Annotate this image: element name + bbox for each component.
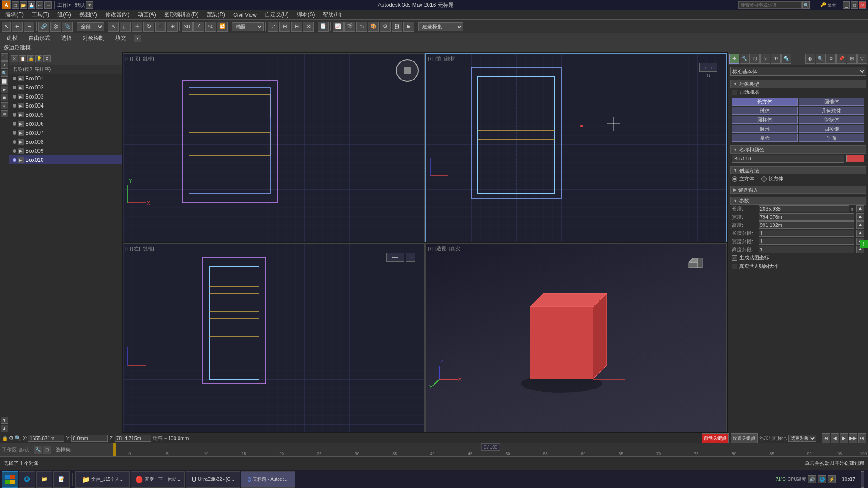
y-input[interactable] (71, 435, 108, 442)
select-region-btn[interactable]: ⬚ (120, 22, 131, 32)
right-tab-motion[interactable]: ▷ (760, 54, 770, 64)
tab-more-btn[interactable]: ▼ (134, 35, 141, 42)
btn-torus[interactable]: 圆环 (732, 125, 798, 133)
list-icon-5[interactable]: ⚙ (43, 55, 51, 62)
set-key-btn[interactable]: 设置关键点 (731, 433, 758, 443)
object-item[interactable]: ▶ Box009 (9, 146, 122, 155)
left-icon-7[interactable]: ≡ (1, 102, 8, 109)
clone-align-btn[interactable]: ⊠ (303, 22, 314, 32)
taskbar-win-3[interactable]: U UltraEdit-32 - [C... (186, 471, 240, 488)
btn-teapot[interactable]: 茶壶 (732, 134, 798, 142)
length-spinner-up[interactable]: ▲ (856, 205, 864, 212)
object-item[interactable]: ▶ Box004 (9, 101, 122, 110)
right-tab-extra3[interactable]: ⚙ (826, 54, 836, 64)
redo-btn[interactable]: ↪ (44, 1, 52, 9)
obj-expand[interactable]: ▶ (18, 157, 24, 163)
cube-radio[interactable] (732, 176, 737, 182)
search-btn[interactable]: 🔍 (802, 1, 810, 9)
tab-modeling[interactable]: 建模 (2, 33, 23, 43)
keyboard-input-header[interactable]: ▶ 键盘输入 (730, 186, 866, 194)
prev-frame-btn[interactable]: ◀ (831, 433, 839, 443)
btn-cylinder[interactable]: 圆柱体 (732, 116, 798, 124)
length-segs-input[interactable] (759, 230, 854, 237)
obj-expand[interactable]: ▶ (18, 76, 24, 81)
pct-snap-btn[interactable]: % (205, 22, 216, 32)
workspace-dropdown[interactable]: ▼ (86, 1, 93, 9)
save-btn[interactable]: 💾 (28, 1, 35, 9)
viewport-gizmo-top[interactable] (396, 59, 419, 82)
obj-expand[interactable]: ▶ (18, 112, 24, 117)
list-icon-1[interactable]: ✕ (11, 55, 18, 62)
right-tab-create[interactable]: ✚ (729, 54, 739, 64)
left-icon-5[interactable]: ▶ (1, 86, 8, 93)
left-icon-2[interactable]: + (1, 61, 8, 69)
select-btn[interactable]: ↖ (2, 22, 11, 32)
taskbar-win-2[interactable]: 🔴 百度一下，你就... (131, 471, 185, 488)
x-input[interactable] (28, 435, 64, 442)
height-input[interactable] (759, 221, 854, 229)
menu-modifier[interactable]: 修改器(M) (102, 10, 133, 19)
viewport-left[interactable]: [+] [左] [线框] (123, 243, 425, 432)
list-icon-3[interactable]: 🔒 (27, 55, 34, 62)
obj-expand[interactable]: ▶ (18, 139, 24, 145)
dope-sheet-btn[interactable]: 🎬 (344, 22, 355, 32)
goto-end-btn[interactable]: ⏭ (858, 433, 866, 443)
taskbar-icon-2[interactable]: 📁 (36, 471, 52, 488)
gen-map-checkbox[interactable] (732, 255, 737, 261)
viewport-perspective[interactable]: [+] [透视] [真实] (425, 243, 727, 432)
left-icon-8[interactable]: ⊞ (1, 110, 8, 117)
right-tab-extra1[interactable]: ◐ (805, 54, 815, 64)
create-method-header[interactable]: ▼ 创建方法 (730, 166, 866, 174)
btn-sphere[interactable]: 球体 (732, 107, 798, 115)
height-spinner-up[interactable]: ▲ (856, 221, 864, 229)
tray-icon-2[interactable]: 🌐 (818, 475, 826, 483)
height-segs-input[interactable] (759, 246, 854, 253)
timeline-track[interactable]: 0 / 100 0 5 10 15 20 25 30 35 40 45 50 5… (113, 443, 868, 456)
spacing-btn[interactable]: ⊞ (291, 22, 302, 32)
scale-btn[interactable]: ⬛ (155, 22, 166, 32)
font-dropdown[interactable]: 标准基本体 (730, 67, 866, 76)
width-spinner-up[interactable]: ▲ (856, 213, 864, 221)
object-item-selected[interactable]: ▶ Box010 (9, 155, 122, 164)
obj-expand[interactable]: ▶ (18, 130, 24, 136)
menu-render[interactable]: 渲染(R) (203, 10, 229, 19)
minimize-btn[interactable]: _ (843, 1, 850, 9)
play-btn[interactable]: ▶ (840, 433, 848, 443)
menu-tools[interactable]: 工具(T) (28, 10, 53, 19)
menu-group[interactable]: 组(G) (54, 10, 74, 19)
right-tab-extra6[interactable]: ▽ (857, 54, 867, 64)
object-item[interactable]: ▶ Box001 (9, 74, 122, 83)
menu-help[interactable]: 帮助(H) (319, 10, 345, 19)
bind-btn[interactable]: 📎 (62, 22, 73, 32)
maximize-btn[interactable]: □ (851, 1, 858, 9)
name-color-header[interactable]: ▼ 名称和颜色 (730, 145, 866, 154)
auto-key-btn[interactable]: 自动关键点 (702, 433, 729, 443)
btn-plane[interactable]: 平面 (799, 134, 865, 142)
move-btn[interactable]: ✛ (132, 22, 142, 32)
list-icon-4[interactable]: 💡 (35, 55, 42, 62)
menu-graph-editor[interactable]: 图形编辑器(D) (160, 10, 203, 19)
schematic-btn[interactable]: 🗂 (356, 22, 367, 32)
width-segs-input[interactable] (759, 238, 854, 245)
right-tab-extra2[interactable]: 🔍 (816, 54, 826, 64)
right-tab-extra4[interactable]: 📌 (836, 54, 846, 64)
filter-dropdown[interactable]: 全部 (77, 22, 104, 31)
viewport-left-nav[interactable]: ⟵ → (386, 253, 415, 262)
tab-fill[interactable]: 填充 (110, 33, 131, 43)
render-frame-btn[interactable]: 🖼 (392, 22, 402, 32)
btn-cone[interactable]: 圆锥体 (799, 98, 865, 106)
object-item[interactable]: ▶ Box005 (9, 110, 122, 119)
real-world-checkbox[interactable] (732, 264, 737, 269)
render-btn[interactable]: ▶ (403, 22, 414, 32)
left-icon-6[interactable]: ◼ (1, 94, 8, 101)
left-icon-3[interactable]: 🔍 (1, 70, 8, 77)
object-item[interactable]: ▶ Box008 (9, 137, 122, 146)
menu-civil-view[interactable]: Civil View (230, 11, 260, 19)
align-btn[interactable]: ⊟ (279, 22, 290, 32)
object-name-input[interactable] (732, 155, 844, 163)
open-btn[interactable]: 📂 (20, 1, 27, 9)
btn-pyramid[interactable]: 四棱锥 (799, 125, 865, 133)
tab-object-paint[interactable]: 对象绘制 (78, 33, 109, 43)
tl-icon1[interactable]: 🔧 (34, 446, 42, 454)
object-type-header[interactable]: ▼ 对象类型 (730, 80, 866, 88)
